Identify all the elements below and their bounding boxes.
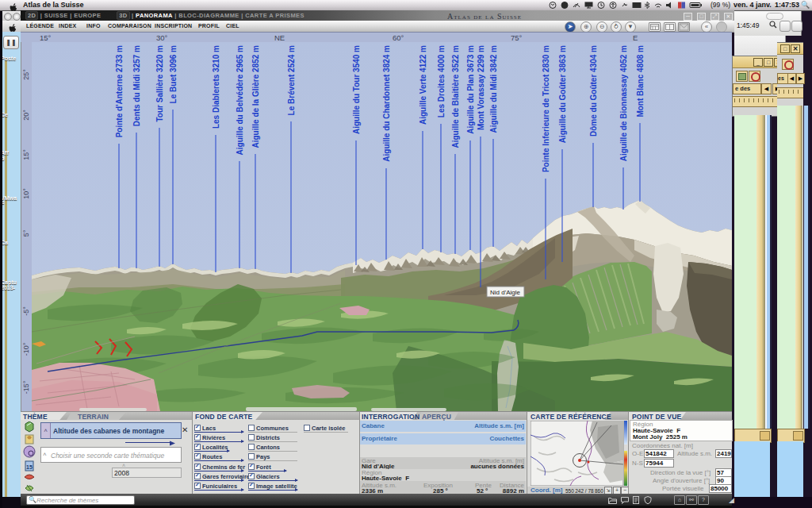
- svg-text:Le Buet 3096 m: Le Buet 3096 m: [169, 45, 178, 103]
- svg-text:Mont Vorassay 2299 m: Mont Vorassay 2299 m: [477, 45, 485, 130]
- svg-text:Nid d'Aigle: Nid d'Aigle: [490, 289, 521, 296]
- svg-text:Pointe d'Anterne 2733 m: Pointe d'Anterne 2733 m: [115, 45, 124, 137]
- svg-text:Aiguille du Plan 3673 m: Aiguille du Plan 3673 m: [466, 45, 475, 134]
- svg-text:Mont Blanc 4808 m: Mont Blanc 4808 m: [636, 45, 645, 117]
- svg-text:Aiguille de la Glière 2852 m: Aiguille de la Glière 2852 m: [251, 45, 260, 148]
- svg-text:Dôme du Goûter 4304 m: Dôme du Goûter 4304 m: [589, 45, 598, 137]
- svg-text:Dents du Midi 3257 m: Dents du Midi 3257 m: [132, 45, 141, 126]
- svg-text:Aiguille de Bionnassay 4052 m: Aiguille de Bionnassay 4052 m: [619, 45, 628, 161]
- svg-text:Le Brévent 2524 m: Le Brévent 2524 m: [287, 45, 296, 115]
- svg-text:Aiguille du Midi 3842 m: Aiguille du Midi 3842 m: [489, 45, 498, 133]
- svg-text:Aiguille du Belvédère 2965 m: Aiguille du Belvédère 2965 m: [236, 45, 244, 155]
- svg-text:Aiguille de Blaitière 3522 m: Aiguille de Blaitière 3522 m: [451, 45, 460, 148]
- svg-text:Tour Sallière 3220 m: Tour Sallière 3220 m: [155, 45, 164, 122]
- svg-text:Les Diablerets 3210 m: Les Diablerets 3210 m: [212, 45, 220, 129]
- svg-text:Les Droites 4000 m: Les Droites 4000 m: [437, 45, 446, 117]
- svg-text:Aiguille du Chardonnet 3824 m: Aiguille du Chardonnet 3824 m: [382, 45, 391, 162]
- svg-text:Aiguille du Goûter 3863 m: Aiguille du Goûter 3863 m: [558, 45, 567, 143]
- svg-text:Aiguille Verte 4122 m: Aiguille Verte 4122 m: [419, 45, 427, 125]
- svg-text:15: 15: [26, 464, 33, 470]
- svg-text:Aiguille du Tour 3540 m: Aiguille du Tour 3540 m: [352, 45, 361, 134]
- svg-text:Pointe Inferieure de Tricot 2: Pointe Inferieure de Tricot 2830 m: [542, 45, 550, 172]
